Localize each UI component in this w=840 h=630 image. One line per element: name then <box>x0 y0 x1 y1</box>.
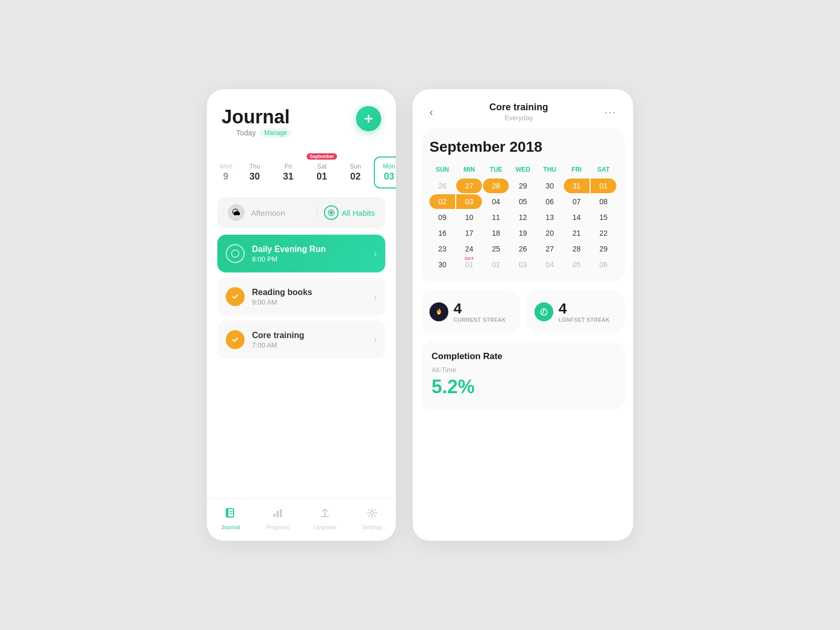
manage-badge[interactable]: Manage <box>260 128 291 138</box>
streak-info: 4 CURRENT STREAK <box>454 300 506 323</box>
cal-cell[interactable]: 02 <box>429 194 455 209</box>
cal-cell[interactable]: 29 <box>510 178 536 193</box>
date-item-active[interactable]: Mon 03 <box>374 156 396 188</box>
back-button[interactable]: ‹ <box>425 104 437 120</box>
right-header: ‹ Core training Everyday ··· <box>413 89 633 128</box>
habit-info: Daily Evening Run 8:00 PM <box>252 245 366 263</box>
svg-rect-5 <box>226 509 228 517</box>
cal-cell[interactable]: 06 <box>537 194 563 209</box>
longest-streak-label: LONFSET STREAK <box>559 317 610 323</box>
oct-tag: OCT <box>465 256 474 261</box>
date-item[interactable]: Thu 30 <box>239 156 270 188</box>
cal-cell[interactable]: 04 <box>537 257 563 272</box>
divider <box>317 207 318 218</box>
filter-label: Afternoon <box>251 208 311 217</box>
cal-cell[interactable]: 23 <box>429 242 455 256</box>
date-item[interactable]: Wed 9 <box>215 156 236 188</box>
journal-icon <box>225 507 236 522</box>
habit-check-done <box>226 330 245 349</box>
nav-item-journal[interactable]: Journal <box>215 507 246 530</box>
cal-cell[interactable]: 25 <box>483 242 509 256</box>
cal-cell[interactable]: 03 <box>456 194 482 209</box>
longest-streak-count: 4 <box>559 300 610 317</box>
cal-cell[interactable]: 28 <box>483 178 509 193</box>
nav-item-progress[interactable]: Progress <box>262 507 293 530</box>
habit-info: Reading books 9:00 AM <box>252 288 366 306</box>
cal-cell-oct1[interactable]: OCT 01 <box>456 257 482 272</box>
cal-cell[interactable]: 05 <box>510 194 536 209</box>
svg-rect-8 <box>274 513 276 517</box>
right-title-block: Core training Everyday <box>437 102 601 122</box>
cal-cell[interactable]: 16 <box>429 226 455 240</box>
habit-arrow: › <box>374 291 377 302</box>
cal-cell[interactable]: 01 <box>591 178 616 193</box>
filter-row: 🌥 Afternoon All Habits <box>217 197 385 228</box>
cal-cell[interactable]: 06 <box>591 257 616 272</box>
cal-cell[interactable]: 08 <box>591 194 616 209</box>
habit-time: 8:00 PM <box>252 255 366 263</box>
screen-container: Journal Today Manage Wed 9 Thu <box>186 68 654 562</box>
cal-cell[interactable]: 27 <box>456 178 482 193</box>
completion-rate: 5.2% <box>432 376 614 398</box>
cal-cell[interactable]: 14 <box>564 210 590 225</box>
date-item[interactable]: Sun 02 <box>340 156 371 188</box>
nav-label-upgrade: Upgrade <box>314 524 336 530</box>
cal-cell[interactable]: 30 <box>429 257 455 272</box>
date-item[interactable]: Fri 31 <box>273 156 303 188</box>
nav-label-journal: Journal <box>221 524 240 530</box>
svg-rect-10 <box>280 509 282 517</box>
cal-cell[interactable]: 13 <box>537 210 563 225</box>
streak-info: 4 LONFSET STREAK <box>559 300 610 323</box>
habit-info: Core training 7:00 AM <box>252 331 366 349</box>
cal-cell[interactable]: 19 <box>510 226 536 240</box>
cal-cell[interactable]: 09 <box>429 210 455 225</box>
settings-icon <box>366 507 378 522</box>
cal-cell[interactable]: 02 <box>483 257 509 272</box>
cal-cell[interactable]: 07 <box>564 194 590 209</box>
cal-cell[interactable]: 22 <box>591 226 616 240</box>
cal-cell[interactable]: 10 <box>456 210 482 225</box>
habit-item-reading[interactable]: Reading books 9:00 AM › <box>217 278 385 316</box>
cal-cell[interactable]: 29 <box>591 242 616 256</box>
cal-cell[interactable]: 31 <box>564 178 590 193</box>
cal-cell[interactable]: 20 <box>537 226 563 240</box>
cal-cell[interactable]: 04 <box>483 194 509 209</box>
cal-header-wed: WED <box>510 164 536 177</box>
cal-cell[interactable]: 24 <box>456 242 482 256</box>
nav-label-settings: Settings <box>362 524 383 530</box>
habit-item-core-training[interactable]: Core training 7:00 AM › <box>217 321 385 359</box>
add-button[interactable] <box>356 106 381 131</box>
habits-list: Daily Evening Run 8:00 PM › Reading book… <box>207 235 396 359</box>
nav-item-settings[interactable]: Settings <box>356 507 388 530</box>
cal-cell[interactable]: 28 <box>564 242 590 256</box>
habit-time: 9:00 AM <box>252 298 366 306</box>
left-header: Journal Today Manage <box>207 89 396 152</box>
cal-cell[interactable]: 15 <box>591 210 616 225</box>
sep-badge: September <box>307 153 338 160</box>
habit-check-done <box>226 287 245 306</box>
date-item[interactable]: September Sat 01 <box>307 156 337 188</box>
cal-cell[interactable]: 03 <box>510 257 536 272</box>
cal-cell[interactable]: 30 <box>537 178 563 193</box>
page-title: Journal <box>222 106 306 128</box>
habit-name: Reading books <box>252 288 366 297</box>
nav-item-upgrade[interactable]: Upgrade <box>309 507 341 530</box>
cal-cell[interactable]: 21 <box>564 226 590 240</box>
habit-item-evening-run[interactable]: Daily Evening Run 8:00 PM › <box>217 235 385 272</box>
svg-point-12 <box>371 511 374 514</box>
cal-cell[interactable]: 18 <box>483 226 509 240</box>
cal-cell[interactable]: 17 <box>456 226 482 240</box>
all-habits-button[interactable]: All Habits <box>324 205 375 220</box>
cal-cell[interactable]: 26 <box>510 242 536 256</box>
right-title: Core training <box>437 102 601 113</box>
afternoon-icon: 🌥 <box>228 204 245 221</box>
cal-cell[interactable]: 05 <box>564 257 590 272</box>
cal-cell[interactable]: 26 <box>429 178 455 193</box>
cal-cell[interactable]: 12 <box>510 210 536 225</box>
more-button[interactable]: ··· <box>600 104 621 120</box>
bottom-nav: Journal Progress <box>207 498 396 541</box>
cal-cell[interactable]: 11 <box>483 210 509 225</box>
calendar-month: September 2018 <box>429 139 616 155</box>
all-habits-label: All Habits <box>342 208 375 217</box>
cal-cell[interactable]: 27 <box>537 242 563 256</box>
